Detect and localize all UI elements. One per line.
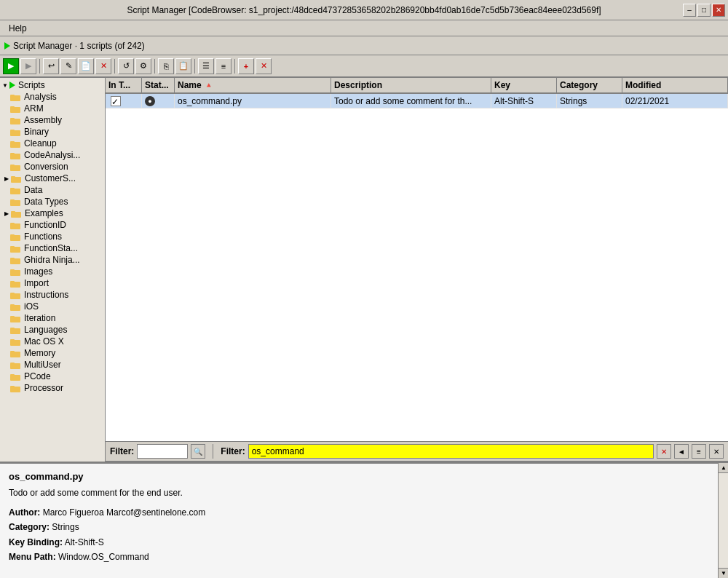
intree-checkbox[interactable]: ✓ xyxy=(111,96,121,106)
col-header-key[interactable]: Key xyxy=(491,78,557,92)
info-author-line: Author: Marco Figueroa Marcof@sentinelon… xyxy=(9,505,709,520)
right-filter-prev-button[interactable]: ◄ xyxy=(674,444,689,459)
sidebar-item-languages[interactable]: Languages xyxy=(0,324,105,336)
col-header-cat-label: Category xyxy=(560,80,598,90)
main-container: Script Manager · 1 scripts (of 242) ▶ ▶ … xyxy=(0,36,728,578)
filter-bar: Filter: 🔍 Filter: ✕ ◄ ≡ ✕ xyxy=(106,441,728,462)
run2-button[interactable]: ▶ xyxy=(20,58,36,74)
folder-icon-functionid xyxy=(10,221,22,229)
sidebar-item-macosx[interactable]: Mac OS X xyxy=(0,336,105,347)
right-filter-input[interactable] xyxy=(248,444,654,459)
maximize-button[interactable]: □ xyxy=(697,4,711,17)
edit-button[interactable]: ✎ xyxy=(60,58,76,74)
sidebar-item-cleanup[interactable]: Cleanup xyxy=(0,138,105,149)
sidebar-label-cleanup: Cleanup xyxy=(24,138,57,149)
sidebar-item-import[interactable]: Import xyxy=(0,277,105,289)
right-filter-clear-button[interactable]: ✕ xyxy=(657,444,671,459)
sidebar-item-customers[interactable]: ▶ CustomerS... xyxy=(0,173,105,184)
toolbar-separator-5 xyxy=(234,59,235,74)
folder-icon-languages xyxy=(10,325,22,334)
col-header-desc-label: Description xyxy=(334,80,382,90)
col-header-description[interactable]: Description xyxy=(331,78,491,92)
sidebar-item-iteration[interactable]: Iteration xyxy=(0,312,105,324)
menu-help[interactable]: Help xyxy=(3,22,33,35)
sidebar-item-codeanalysis[interactable]: CodeAnalysi... xyxy=(0,149,105,161)
folder-icon-functions xyxy=(10,232,22,241)
sidebar-item-conversion[interactable]: Conversion xyxy=(0,161,105,173)
sidebar-item-functions[interactable]: Functions xyxy=(0,231,105,242)
svg-rect-11 xyxy=(10,153,15,154)
minimize-button[interactable]: – xyxy=(683,4,696,17)
sidebar-label-functionsta: FunctionSta... xyxy=(24,243,78,253)
close-panel-button[interactable]: ✕ xyxy=(256,58,272,74)
svg-rect-32 xyxy=(10,282,20,288)
close-button[interactable]: ✕ xyxy=(712,4,725,17)
sidebar-item-functionsta[interactable]: FunctionSta... xyxy=(0,242,105,254)
sidebar-item-ios[interactable]: iOS xyxy=(0,301,105,312)
col-header-modified[interactable]: Modified xyxy=(622,78,728,92)
cell-name: os_command.py xyxy=(175,94,331,108)
refresh-button[interactable]: ↺ xyxy=(118,58,134,74)
script-category: Strings xyxy=(560,96,587,106)
script-manager-header: Script Manager · 1 scripts (of 242) xyxy=(0,36,728,55)
sidebar-item-ghidraninja[interactable]: Ghidra Ninja... xyxy=(0,254,105,266)
col-header-intree[interactable]: In T... xyxy=(106,78,142,92)
options-button[interactable]: ≡ xyxy=(215,58,232,74)
sidebar-item-analysis[interactable]: Analysis xyxy=(0,91,105,103)
col-header-name[interactable]: Name 🔺 xyxy=(175,78,331,92)
sidebar-item-instructions[interactable]: Instructions xyxy=(0,289,105,301)
main-panel: In T... Stat... Name 🔺 Description Key C… xyxy=(106,78,728,462)
sidebar-item-images[interactable]: Images xyxy=(0,266,105,277)
sidebar-item-processor[interactable]: Processor xyxy=(0,382,105,394)
expand-arrow-customers: ▶ xyxy=(3,175,10,182)
left-filter-search-button[interactable]: 🔍 xyxy=(191,444,205,459)
left-filter-label: Filter: xyxy=(110,446,134,456)
sidebar-item-examples[interactable]: ▶ Examples xyxy=(0,207,105,219)
sidebar-label-instructions: Instructions xyxy=(24,290,68,300)
info-menupath-label: Menu Path: xyxy=(9,552,56,562)
svg-rect-43 xyxy=(10,339,15,341)
delete-button[interactable]: ✕ xyxy=(95,58,111,74)
sidebar-item-memory[interactable]: Memory xyxy=(0,347,105,359)
svg-rect-49 xyxy=(10,374,15,376)
paste-button[interactable]: 📋 xyxy=(175,58,191,74)
sidebar-item-pcode[interactable]: PCode xyxy=(0,371,105,382)
folder-icon-conversion xyxy=(10,162,22,171)
left-filter-input[interactable] xyxy=(137,444,188,459)
cell-category: Strings xyxy=(557,94,622,108)
col-header-category[interactable]: Category xyxy=(557,78,622,92)
undo-button[interactable]: ↩ xyxy=(43,58,59,74)
sidebar-item-datatypes[interactable]: Data Types xyxy=(0,196,105,207)
sidebar-item-scripts-root[interactable]: ▼ Scripts xyxy=(0,79,105,91)
sidebar-label-import: Import xyxy=(24,278,49,288)
copy-button[interactable]: ⎘ xyxy=(158,58,174,74)
add-button[interactable]: + xyxy=(238,58,254,74)
svg-rect-47 xyxy=(10,363,15,364)
sidebar-item-functionid[interactable]: FunctionID xyxy=(0,219,105,231)
sidebar-item-arm[interactable]: ARM xyxy=(0,103,105,114)
folder-icon-images xyxy=(10,267,22,276)
run-button[interactable]: ▶ xyxy=(3,58,19,74)
settings-button[interactable]: ⚙ xyxy=(135,58,151,74)
scrollbar-down-button[interactable]: ▼ xyxy=(719,568,728,578)
svg-rect-4 xyxy=(10,119,20,124)
new-button[interactable]: 📄 xyxy=(78,58,94,74)
list-button[interactable]: ☰ xyxy=(198,58,214,74)
col-header-status[interactable]: Stat... xyxy=(142,78,175,92)
sidebar-item-binary[interactable]: Binary xyxy=(0,126,105,138)
folder-icon-import xyxy=(10,279,22,288)
right-filter-close-button[interactable]: ✕ xyxy=(709,444,724,459)
right-filter-label: Filter: xyxy=(221,446,245,456)
svg-rect-19 xyxy=(10,199,15,201)
svg-rect-2 xyxy=(10,107,20,113)
sidebar-item-multiuser[interactable]: MultiUser xyxy=(0,359,105,371)
info-panel-scrollbar[interactable]: ▲ ▼ xyxy=(718,463,728,578)
sidebar-item-data[interactable]: Data xyxy=(0,184,105,196)
script-manager-title: Script Manager · 1 scripts (of 242) xyxy=(13,41,145,51)
sidebar-label-ghidraninja: Ghidra Ninja... xyxy=(24,255,80,265)
sidebar-item-assembly[interactable]: Assembly xyxy=(0,114,105,126)
folder-icon-functionsta xyxy=(10,244,22,253)
scrollbar-up-button[interactable]: ▲ xyxy=(719,463,728,473)
table-row[interactable]: ✓ ● os_command.py Todo or add some comme… xyxy=(106,94,728,108)
right-filter-options-button[interactable]: ≡ xyxy=(692,444,706,459)
